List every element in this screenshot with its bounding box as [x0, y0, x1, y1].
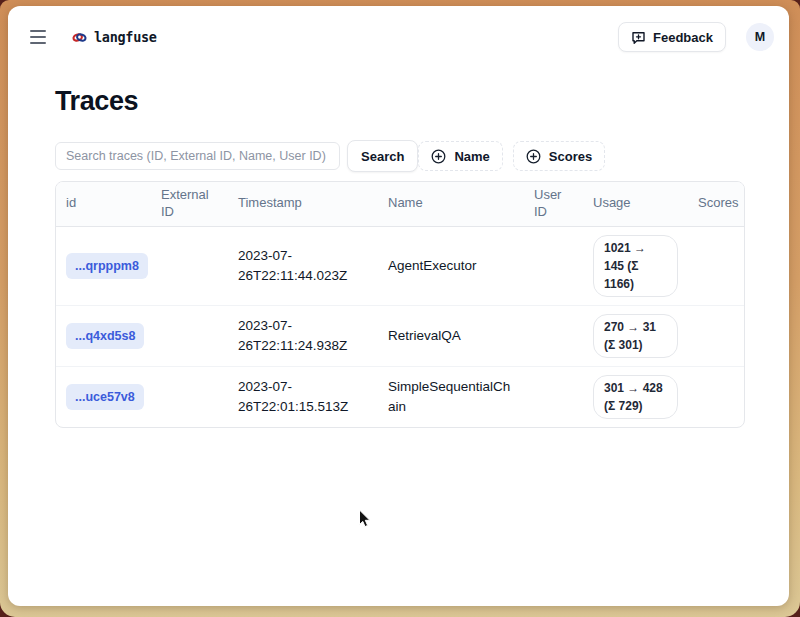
column-header: External ID	[151, 182, 228, 226]
column-header: User ID	[524, 182, 583, 226]
cell-name: AgentExecutor	[378, 248, 524, 284]
cell-user-id	[524, 258, 583, 274]
column-header: Timestamp	[228, 190, 378, 217]
trace-id-link[interactable]: ...qrpppm8	[66, 253, 148, 279]
search-button[interactable]: Search	[347, 140, 418, 172]
column-header: Usage	[583, 190, 688, 217]
column-header: Name	[378, 190, 524, 217]
cell-name: RetrievalQA	[378, 318, 524, 354]
filter-button[interactable]: Name	[418, 141, 502, 171]
avatar[interactable]: M	[746, 23, 774, 51]
wordmark: langfuse	[94, 29, 157, 45]
cell-timestamp: 2023-07-26T22:11:44.023Z	[228, 238, 378, 293]
usage-badge: 301 → 428 (Σ 729)	[593, 375, 678, 419]
cell-scores	[688, 328, 744, 344]
cell-usage: 270 → 31 (Σ 301)	[583, 306, 688, 366]
cell-id: ...uce57v8	[56, 376, 151, 418]
plus-circle-icon	[431, 149, 446, 164]
filter-button[interactable]: Scores	[513, 141, 605, 171]
langfuse-logo: langfuse	[72, 29, 157, 45]
table-row[interactable]: ...uce57v8 2023-07-26T22:01:15.513Z Simp…	[56, 366, 744, 427]
search-input[interactable]	[55, 142, 340, 170]
topbar: langfuse Feedback M	[8, 6, 789, 52]
main-content: Traces Search Name Scores idExternal IDT…	[8, 86, 789, 428]
cell-external-id	[151, 258, 228, 274]
table-row[interactable]: ...qrpppm8 2023-07-26T22:11:44.023Z Agen…	[56, 227, 744, 305]
feedback-button[interactable]: Feedback	[618, 22, 726, 52]
screenshot-stage: langfuse Feedback M Traces Search	[0, 0, 800, 617]
knot-logo-icon	[72, 30, 87, 45]
usage-badge: 270 → 31 (Σ 301)	[593, 314, 678, 358]
trace-id-link[interactable]: ...uce57v8	[66, 384, 144, 410]
traces-toolbar: Search Name Scores	[55, 140, 745, 172]
cell-id: ...qrpppm8	[56, 245, 151, 287]
plus-circle-icon	[526, 149, 541, 164]
usage-badge: 1021 → 145 (Σ 1166)	[593, 235, 678, 297]
cell-external-id	[151, 328, 228, 344]
traces-table: idExternal IDTimestampNameUser IDUsageSc…	[55, 181, 745, 428]
column-header: id	[56, 190, 151, 217]
feedback-bubble-icon	[631, 30, 646, 45]
table-header-row: idExternal IDTimestampNameUser IDUsageSc…	[56, 182, 744, 227]
filter-label: Scores	[549, 149, 592, 164]
table-body: ...qrpppm8 2023-07-26T22:11:44.023Z Agen…	[56, 227, 744, 427]
filter-label: Name	[454, 149, 489, 164]
table-row[interactable]: ...q4xd5s8 2023-07-26T22:11:24.938Z Retr…	[56, 305, 744, 366]
cell-user-id	[524, 389, 583, 405]
avatar-initial: M	[755, 30, 765, 44]
trace-id-link[interactable]: ...q4xd5s8	[66, 323, 144, 349]
cell-timestamp: 2023-07-26T22:01:15.513Z	[228, 369, 378, 424]
cell-name: SimpleSequentialChain	[378, 369, 524, 424]
column-header: Scores	[688, 190, 745, 217]
cell-scores	[688, 389, 744, 405]
feedback-label: Feedback	[653, 30, 713, 45]
cell-scores	[688, 258, 744, 274]
cell-external-id	[151, 389, 228, 405]
cell-usage: 301 → 428 (Σ 729)	[583, 367, 688, 427]
cell-timestamp: 2023-07-26T22:11:24.938Z	[228, 308, 378, 363]
cell-id: ...q4xd5s8	[56, 315, 151, 357]
cell-usage: 1021 → 145 (Σ 1166)	[583, 227, 688, 305]
page-title: Traces	[55, 86, 745, 117]
app-window: langfuse Feedback M Traces Search	[8, 6, 789, 606]
menu-icon[interactable]	[30, 27, 52, 47]
cell-user-id	[524, 328, 583, 344]
